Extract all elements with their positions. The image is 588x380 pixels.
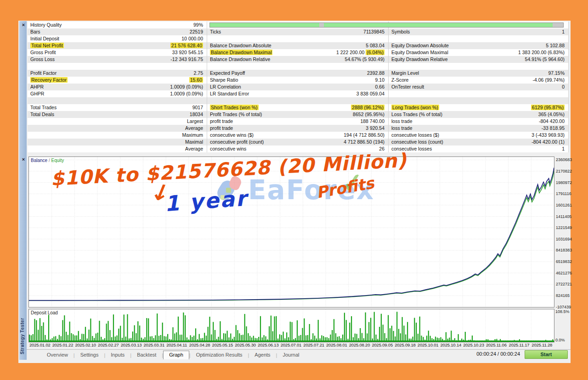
tab-journal[interactable]: Journal: [277, 351, 305, 359]
tab-optimization-results[interactable]: Optimization Results: [191, 351, 248, 359]
stat-value: 22519: [190, 28, 207, 35]
stat-value: 33 920 545.15: [172, 49, 207, 56]
stat-value: 5 083.04: [366, 42, 388, 49]
stat-cell: consecutive losses ($)3 (-433 969.93): [388, 132, 569, 139]
start-button[interactable]: Start: [525, 350, 568, 359]
date-tick-label: 2025.10.14: [441, 342, 462, 347]
stat-value: 5 102.88: [546, 42, 568, 49]
stat-cell: [28, 63, 207, 70]
date-tick-label: 2025.04.28: [189, 342, 210, 347]
date-tick-label: 2025.07.01: [281, 342, 302, 347]
stat-label: profit trade: [207, 118, 360, 125]
stat-value: [203, 63, 207, 70]
tabs: Overview|Settings|Inputs|Backtest|Graph|…: [41, 350, 305, 359]
date-tick-label: 2025.05.30: [235, 342, 256, 347]
stat-row: GHPR1.0009 (0.09%)LR Standard Error3 838…: [28, 90, 569, 97]
stat-row: Profit Factor2.75Expected Payoff2392.88M…: [28, 70, 569, 77]
deposit-load-panel[interactable]: Deposit Load: [28, 309, 554, 342]
close-stats-icon[interactable]: ×: [21, 22, 26, 28]
tab-settings[interactable]: Settings: [75, 351, 104, 359]
stat-row: Total Trades9017Short Trades (won %)2888…: [28, 104, 569, 111]
y-tick-label: 1411405: [556, 214, 571, 219]
strategy-tester-label: Strategy Tester: [20, 295, 28, 354]
stat-value: 9017: [192, 104, 207, 111]
tab-inputs[interactable]: Inputs: [105, 351, 130, 359]
stat-label: consecutive losses: [389, 145, 562, 152]
stat-label: consecutive losses ($): [389, 132, 531, 139]
stat-label: Initial Deposit: [28, 35, 181, 42]
date-tick-label: 2025.04.11: [166, 342, 187, 347]
tab-overview[interactable]: Overview: [41, 351, 74, 359]
stat-value: 54.91% (5 964.60): [525, 56, 568, 63]
stat-row: Bars22519Ticks71139845Symbols1: [28, 28, 569, 35]
deposit-load-chart: [29, 309, 554, 342]
stat-label: Balance Drawdown Absolute: [207, 42, 366, 49]
stat-cell: Equity Drawdown Absolute5 102.88: [388, 42, 569, 49]
stat-label: [207, 63, 384, 70]
stat-cell: Initial Deposit10 000.00: [28, 35, 207, 42]
y-tick-label: 1601261: [556, 203, 572, 207]
stat-value: Maximal: [185, 139, 207, 145]
stat-value: 10 000.00: [181, 35, 207, 42]
tab-graph[interactable]: Graph: [163, 351, 189, 359]
stat-cell: [388, 90, 569, 97]
stat-label: Profit Trades (% of total): [207, 111, 353, 118]
stat-label: Total Trades: [28, 104, 192, 111]
stat-cell: Maximum: [28, 132, 207, 139]
stat-label: Sharpe Ratio: [207, 77, 375, 84]
stat-value: 97.15%: [548, 70, 568, 77]
stat-value: 2888 (96.12%): [351, 104, 388, 111]
date-tick-label: 2025.02.27: [98, 342, 119, 347]
stat-value: Average: [185, 125, 207, 132]
stat-value: 0: [562, 84, 568, 90]
stat-value: 1: [562, 28, 568, 35]
stat-cell: LR Standard Error3 838 059.04: [207, 90, 388, 97]
stat-cell: profit trade3 920.54: [207, 125, 388, 132]
date-tick-label: 2025.11.06: [486, 342, 507, 347]
stat-cell: Gross Loss-12 343 916.75: [28, 56, 207, 63]
tab-agents[interactable]: Agents: [249, 351, 276, 359]
stat-value: Maximum: [182, 132, 207, 139]
stat-value: 1 222 200.00 (6.04%): [336, 49, 388, 56]
screenshot-root: { "window": { "strategy_tester_label": "…: [0, 0, 588, 380]
stat-label: Equity Drawdown Relative: [389, 56, 525, 63]
stat-value: -804 420.00 (1): [531, 139, 568, 145]
stat-cell: Maximal: [28, 139, 207, 145]
stat-cell: loss trade-33 818.95: [388, 125, 569, 132]
stat-cell: Margin Level97.15%: [388, 70, 569, 77]
stat-value: [565, 35, 568, 42]
stat-value: 1.0009 (0.09%): [170, 90, 207, 97]
backtest-stats-table: History Quality99%Bars22519Ticks71139845…: [28, 22, 569, 152]
y-tick-label: 8418383: [556, 248, 572, 252]
stat-label: Margin Level: [389, 70, 548, 77]
stat-value: 6129 (95.87%): [531, 104, 568, 111]
stat-cell: Short Trades (won %)2888 (96.12%): [207, 104, 388, 111]
stat-label: [28, 139, 185, 145]
close-graph-icon[interactable]: ×: [21, 157, 26, 162]
stat-row: Total Deals18034Profit Trades (% of tota…: [28, 111, 569, 118]
date-tick-label: 2025.08.20: [349, 342, 370, 347]
stat-value: 1.0009 (0.09%): [170, 84, 207, 90]
stat-cell: Total Trades9017: [28, 104, 207, 111]
stat-cell: History Quality99%: [28, 22, 207, 28]
y-tick-label: 6519832: [556, 259, 572, 264]
tab-backtest[interactable]: Backtest: [131, 351, 162, 359]
y-tick-label: 1221549: [556, 225, 572, 230]
stat-label: Short Trades (won %): [207, 104, 351, 111]
stat-value: 21 576 628.40: [170, 42, 207, 49]
stat-value: 2.75: [194, 70, 207, 77]
stat-label: History Quality: [28, 22, 193, 28]
date-tick-label: 2025.02.10: [75, 342, 96, 347]
stat-label: consecutive wins ($): [207, 132, 344, 139]
stat-label: [389, 35, 565, 42]
stat-cell: Balance Drawdown Maximal1 222 200.00 (6.…: [207, 49, 388, 56]
stat-row: Maximalconsecutive profit (count)4 712 8…: [28, 139, 569, 145]
panel-edge-strip: × × Strategy Tester: [19, 21, 27, 360]
stat-label: profit trade: [207, 125, 366, 132]
legend-balance: Balance: [31, 158, 47, 163]
deposit-load-label: Deposit Load: [31, 310, 58, 315]
stat-value: 71139845: [363, 28, 388, 35]
stat-value: Largest: [187, 118, 207, 125]
stat-label: [207, 35, 384, 42]
stat-label: Profit Factor: [28, 70, 194, 77]
